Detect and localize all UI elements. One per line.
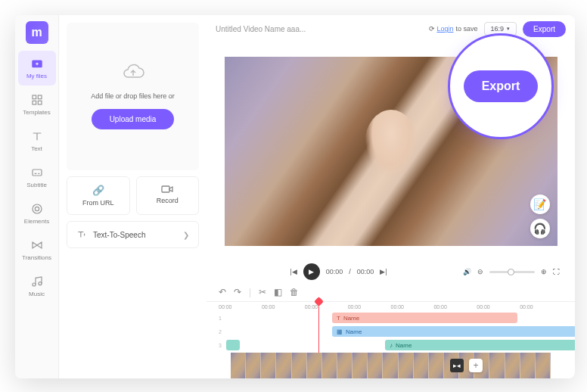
camera-icon (161, 185, 173, 194)
next-frame-button[interactable]: ▶| (380, 268, 387, 275)
text-clip[interactable]: TName (332, 313, 517, 323)
text-to-speech-button[interactable]: Text-To-Speech ❯ (67, 221, 199, 248)
player-controls: |◀ ▶ 00:00/00:00 ▶| 🔊 ⊖ ⊕ ⛶ (207, 260, 575, 283)
zoom-in-button[interactable]: ⊕ (541, 268, 547, 275)
timeline-ruler[interactable]: 00:0000:0000:0000:0000:0000:0000:0000:00 (207, 301, 575, 312)
svg-rect-4 (38, 101, 42, 104)
timeline-tracks: 1 TName 2 ▦Name 3 ♪Name ▸◂ + (207, 312, 575, 378)
fullscreen-button[interactable]: ⛶ (553, 268, 560, 275)
track-row[interactable]: 2 ▦Name (219, 325, 563, 338)
redo-button[interactable]: ↷ (234, 287, 241, 297)
element-clip-icon: ▦ (337, 328, 343, 335)
support-badge[interactable]: 🎧 (530, 219, 550, 238)
nav-elements[interactable]: Elements (18, 196, 56, 231)
zoom-out-button[interactable]: ⊖ (477, 268, 483, 275)
export-callout-button[interactable]: Export (464, 70, 539, 102)
timeline-toolbar: ↶ ↷ | ✂ ◧ 🗑 (207, 283, 575, 301)
undo-button[interactable]: ↶ (219, 287, 226, 297)
cut-button[interactable]: ✂ (259, 287, 266, 297)
nav-transitions[interactable]: Transitions (18, 232, 56, 267)
side-panel: Add file or drop files here or Upload me… (59, 15, 207, 378)
nav-subtitle[interactable]: Subtitle (18, 160, 56, 194)
link-icon: 🔗 (92, 185, 104, 196)
login-prompt: ⟳ Login to save (429, 25, 478, 33)
audio-clip-icon: ♪ (390, 342, 393, 349)
audio-clip[interactable]: ♪Name (385, 340, 575, 350)
templates-icon (30, 93, 44, 107)
delete-button[interactable]: 🗑 (290, 287, 299, 297)
cloud-upload-icon (120, 64, 146, 83)
volume-button[interactable]: 🔊 (463, 268, 471, 275)
track-row[interactable]: 3 ♪Name (219, 339, 563, 351)
audio-clip-small[interactable] (226, 340, 240, 350)
svg-rect-3 (33, 101, 36, 104)
record-button[interactable]: Record (136, 176, 200, 215)
crop-button[interactable]: ◧ (274, 287, 282, 297)
from-url-button[interactable]: 🔗 From URL (67, 176, 130, 215)
play-button[interactable]: ▶ (303, 263, 320, 280)
time-total: 00:00 (357, 268, 374, 275)
export-button[interactable]: Export (523, 21, 566, 37)
music-icon (30, 275, 44, 288)
app-logo[interactable]: m (26, 21, 48, 44)
subtitle-icon (30, 166, 44, 179)
track-row[interactable]: 1 TName (219, 312, 563, 324)
time-current: 00:00 (326, 268, 343, 275)
svg-rect-2 (38, 95, 42, 99)
nav-my-files[interactable]: My files (18, 51, 56, 86)
project-title[interactable]: Untitled Video Name aaa... (216, 25, 423, 33)
elements-icon (30, 202, 44, 216)
export-callout: Export (448, 33, 554, 139)
svg-rect-5 (33, 170, 42, 176)
svg-point-9 (39, 282, 42, 285)
upload-dropzone[interactable]: Add file or drop files here or Upload me… (67, 23, 199, 170)
svg-point-6 (33, 204, 42, 213)
transitions-icon (30, 238, 44, 252)
upload-media-button[interactable]: Upload media (92, 109, 175, 129)
folder-plus-icon (30, 57, 44, 70)
sync-icon: ⟳ (429, 25, 435, 33)
nav-templates[interactable]: Templates (18, 87, 56, 122)
upload-hint: Add file or drop files here or (91, 92, 175, 100)
notes-badge[interactable]: 📝 (530, 194, 550, 214)
svg-rect-10 (162, 186, 169, 192)
chevron-right-icon: ❯ (183, 231, 189, 239)
nav-music[interactable]: Music (18, 269, 56, 303)
add-clip-button[interactable]: + (469, 359, 483, 372)
text-clip-icon: T (337, 315, 340, 322)
nav-text[interactable]: Text (18, 123, 56, 158)
element-clip[interactable]: ▦Name (332, 326, 575, 337)
login-link[interactable]: Login (437, 25, 454, 33)
text-icon (30, 129, 44, 143)
prev-frame-button[interactable]: |◀ (290, 268, 297, 275)
transition-marker[interactable]: ▸◂ (450, 359, 464, 372)
zoom-slider[interactable] (489, 271, 535, 273)
svg-rect-1 (33, 95, 36, 99)
tts-icon (76, 229, 87, 240)
video-track[interactable]: ▸◂ + (231, 353, 551, 378)
chevron-down-icon: ▾ (507, 26, 510, 32)
left-nav: m My files Templates Text Subtitle Eleme… (15, 15, 59, 378)
svg-point-8 (33, 283, 36, 286)
svg-point-7 (35, 207, 39, 210)
